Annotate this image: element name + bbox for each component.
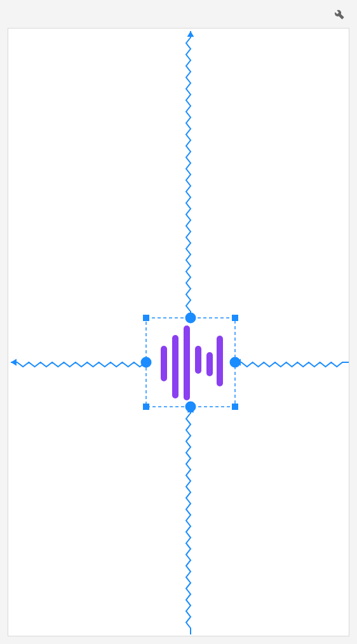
waveform-bar-3 — [195, 346, 201, 374]
editor-toolbar — [0, 0, 357, 28]
waveform-bar-4 — [206, 352, 213, 376]
spring-top[interactable] — [186, 31, 191, 318]
spring-left[interactable] — [11, 362, 146, 367]
corner-handle-2[interactable] — [143, 404, 149, 410]
waveform-bar-2 — [184, 325, 190, 400]
waveform-bar-0 — [161, 346, 167, 381]
spring-left-arrow — [11, 359, 17, 366]
waveform-bar-5 — [217, 336, 223, 386]
canvas-svg — [8, 29, 349, 636]
edge-handle-2[interactable] — [141, 357, 152, 368]
corner-handle-3[interactable] — [232, 404, 238, 410]
wrench-icon[interactable] — [333, 8, 346, 20]
layout-canvas[interactable] — [8, 28, 349, 636]
spring-top-arrow — [187, 31, 194, 37]
corner-handle-1[interactable] — [232, 315, 238, 321]
spring-bottom[interactable] — [186, 407, 191, 634]
edge-handle-3[interactable] — [230, 357, 241, 368]
waveform-icon[interactable] — [161, 325, 223, 400]
edge-handle-0[interactable] — [185, 313, 196, 324]
spring-right[interactable] — [235, 362, 349, 367]
edge-handle-1[interactable] — [185, 402, 196, 412]
waveform-bar-1 — [172, 335, 178, 398]
corner-handle-0[interactable] — [143, 315, 149, 321]
